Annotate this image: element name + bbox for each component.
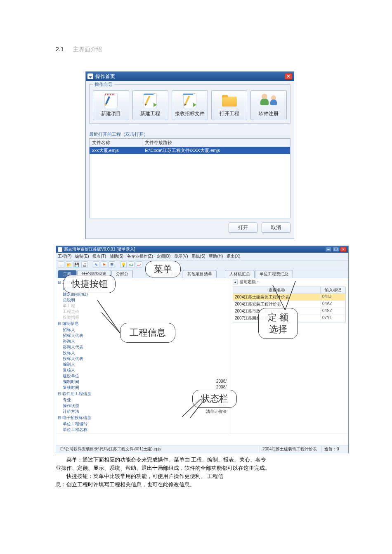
recent-row[interactable]: xxx大厦.emjs E:\Code\江苏工程文件\XXX大厦.emjs: [90, 147, 290, 154]
tb-tag-icon[interactable]: 🏷: [128, 261, 135, 268]
tree-item[interactable]: 建筑面积(m2): [56, 291, 230, 297]
right-panel: ▲ 当前定额： 定额名称 输入标记 2004江苏土建装饰工程计价表04TJ 20…: [230, 278, 348, 433]
tree-item[interactable]: 编制人: [56, 362, 230, 367]
tb-exit-icon[interactable]: ⮐: [136, 261, 142, 268]
menu-item[interactable]: 定额(D): [157, 254, 171, 258]
new-proj-label: 新建工程: [140, 110, 160, 117]
tree-item[interactable]: 单位工程名称: [56, 427, 230, 433]
tb-list-icon[interactable]: ≣: [109, 261, 115, 268]
tree-item[interactable]: 投标人代表: [56, 356, 230, 362]
tab-part[interactable]: 分部分: [111, 270, 133, 278]
status-bar: E:\公司软件安装目录\代码\江苏工程文件\001(土建).epjs 2004江…: [56, 445, 348, 453]
dialog-title: 操作首页: [95, 73, 115, 80]
tb-save-icon[interactable]: 💾: [73, 261, 80, 268]
menu-item[interactable]: 退出(X): [227, 254, 240, 258]
quota-row[interactable]: 2004江苏安装工程计价表04AZ: [233, 301, 345, 308]
tree-item[interactable]: 总说明: [56, 297, 230, 303]
notebook-icon: [103, 93, 119, 109]
cancel-button[interactable]: 取消: [262, 223, 290, 233]
tab-otherlist[interactable]: 其他项目清单: [183, 270, 217, 278]
tree-item[interactable]: 咨询人: [56, 339, 230, 344]
tree-row[interactable]: 专业土建: [56, 397, 230, 403]
menu-item[interactable]: 辅助(S): [110, 254, 123, 258]
minimize-icon[interactable]: ‒: [325, 247, 332, 252]
tree-group[interactable]: ⊟ 工程: [56, 279, 230, 286]
recent-header: 文件名称 文件存放路径: [90, 139, 290, 147]
tree-item[interactable]: 咨询人代表: [56, 344, 230, 350]
tree-row[interactable]: 操作状态投标: [56, 403, 230, 409]
tree-item[interactable]: 结构类型: [56, 286, 230, 291]
scroll-up-icon[interactable]: ▲: [233, 279, 238, 284]
tree-item: 单工程: [56, 303, 230, 309]
section-title: 主界面介绍: [73, 46, 102, 52]
recent-label: 最近打开的工程（双击打开）: [89, 131, 290, 137]
status-quota: 2004江苏土建装饰工程计价表: [260, 446, 322, 452]
recent-row-path: E:\Code\江苏工程文件\XXX大厦.emjs: [142, 147, 290, 154]
quota-row[interactable]: 2007江苏园林定额07YL: [233, 315, 345, 322]
app-small-icon: [58, 247, 62, 252]
maximize-icon[interactable]: ❐: [333, 247, 339, 252]
tab-unitcost[interactable]: 单位工程费汇总: [255, 270, 293, 278]
left-panel: ⊟ 工程 结构类型 建筑面积(m2) 总说明 单工程 工程造价 投资指标 ⊟ 编…: [56, 278, 230, 433]
tree-row[interactable]: 复核时间2008/: [56, 385, 230, 391]
col-filename: 文件名称: [90, 139, 142, 147]
register-button[interactable]: 软件注册: [250, 90, 287, 120]
tree-item[interactable]: 单位工程编号: [56, 421, 230, 427]
tree-item[interactable]: 投标人: [56, 350, 230, 356]
wizard-legend: 操作向导: [93, 81, 114, 88]
recv-bid-label: 接收招标文件: [175, 110, 205, 117]
section-number: 2.1: [56, 46, 64, 52]
tb-new-icon[interactable]: □: [58, 261, 64, 268]
quota-row[interactable]: 2004江苏市政工程计价表04SZ: [233, 308, 345, 315]
users-icon: [260, 93, 277, 109]
tab-material[interactable]: 人材机汇总: [225, 270, 255, 278]
tb-bulb-icon[interactable]: 💡: [120, 261, 127, 268]
tree-group[interactable]: ⊟ 编制信息: [56, 320, 230, 327]
info-tree: ⊟ 工程 结构类型 建筑面积(m2) 总说明 单工程 工程造价 投资指标 ⊟ 编…: [56, 278, 230, 433]
tab-project[interactable]: 工程: [58, 270, 77, 278]
tb-print-icon[interactable]: 🖨: [81, 261, 88, 268]
home-dialog: 操作首页 × 操作向导 新建项目 新建工程 接收招标文件: [85, 71, 294, 239]
close-app-icon[interactable]: ×: [340, 247, 347, 252]
tree-item[interactable]: 建设单位: [56, 373, 230, 379]
tree-item: 投资指标: [56, 315, 230, 320]
open-proj-label: 打开工程: [220, 110, 239, 117]
tb-edit-icon[interactable]: ✎: [93, 261, 99, 268]
app-title: 新点清单造价江苏版V9.0.01 [清单录入]: [64, 246, 135, 252]
tb-flag-icon[interactable]: ⚑: [101, 261, 107, 268]
close-icon[interactable]: ×: [285, 73, 292, 80]
tab-pricing[interactable]: 计价程序设定: [77, 270, 111, 278]
menu-item[interactable]: 各专业操作(Z): [127, 254, 153, 258]
quota-table: 定额名称 输入标记 2004江苏土建装饰工程计价表04TJ 2004江苏安装工程…: [233, 286, 346, 322]
quota-row[interactable]: 2004江苏土建装饰工程计价表04TJ: [233, 294, 345, 301]
tree-row[interactable]: 计价方法清单计价法: [56, 409, 230, 414]
tree-item[interactable]: 招标人: [56, 327, 230, 333]
open-proj-button[interactable]: 打开工程: [211, 90, 248, 120]
tree-row[interactable]: 编制时间2008/: [56, 379, 230, 385]
menu-item[interactable]: 工程(P): [58, 254, 71, 258]
recent-table[interactable]: 文件名称 文件存放路径 xxx大厦.emjs E:\Code\江苏工程文件\XX…: [89, 138, 290, 218]
menu-item[interactable]: 编制(E): [75, 254, 89, 258]
menu-item[interactable]: 系统(S): [191, 254, 205, 258]
menu-item[interactable]: 报表(T): [92, 254, 106, 258]
new-project-button[interactable]: 新建项目: [93, 90, 129, 120]
register-label: 软件注册: [259, 110, 279, 117]
tree-item: 工程造价: [56, 309, 230, 315]
tree-group[interactable]: ⊟ 软件用工程信息: [56, 391, 230, 397]
new-proj-button[interactable]: 新建工程: [132, 90, 169, 120]
app-icon: [87, 73, 93, 79]
tb-open-icon[interactable]: 📂: [66, 261, 72, 268]
recv-bid-button[interactable]: 接收招标文件: [172, 90, 208, 120]
tree-item[interactable]: 复核人: [56, 367, 230, 373]
menu-item[interactable]: 帮助(H): [209, 254, 223, 258]
open-button[interactable]: 打开: [229, 223, 257, 233]
wizard-fieldset: 操作向导 新建项目 新建工程 接收招标文件: [89, 84, 290, 124]
tab-sublist[interactable]: 分项目清单: [153, 270, 182, 278]
dialog-titlebar: 操作首页 ×: [86, 72, 294, 81]
tree-item[interactable]: 招标人代表: [56, 333, 230, 339]
tree-group[interactable]: ⊟ 电子招投标信息: [56, 414, 230, 421]
toolbar: □ 📂 💾 🖨 ✎ ⚑ ≣ 💡 🏷 ⮐: [56, 260, 348, 269]
menubar: 工程(P) 编制(E) 报表(T) 辅助(S) 各专业操作(Z) 定额(D) 显…: [56, 253, 348, 260]
menu-item[interactable]: 显示(V): [174, 254, 188, 258]
tabs: 工程 计价程序设定 分部分 分项目清单 其他项目清单 人材机汇总 单位工程费汇总: [56, 269, 348, 278]
